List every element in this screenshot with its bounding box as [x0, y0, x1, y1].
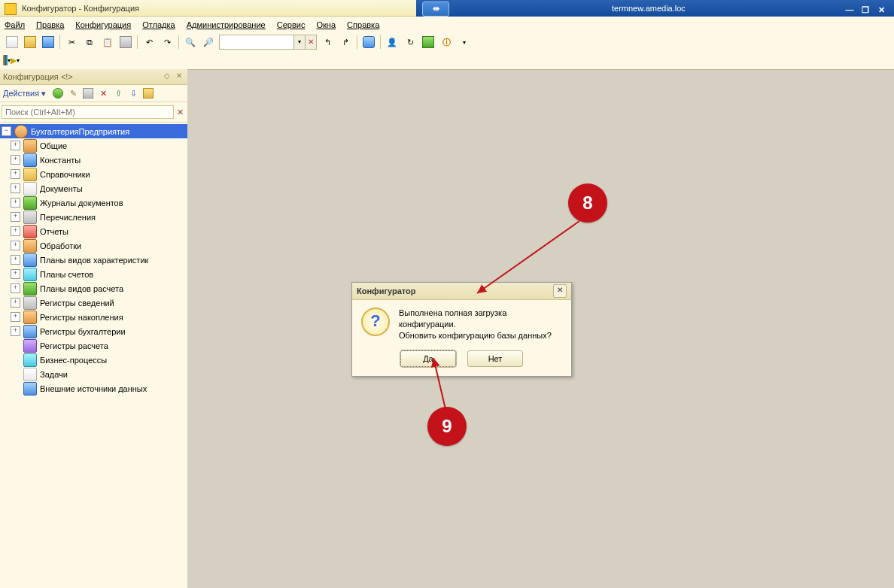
expand-icon[interactable]: + — [11, 169, 20, 179]
run-dd[interactable]: ▾ — [17, 57, 20, 64]
menu-file[interactable]: Файл — [5, 20, 25, 29]
db-button[interactable] — [360, 34, 377, 50]
menu-windows[interactable]: Окна — [316, 20, 336, 29]
search-clear-icon[interactable]: ✕ — [174, 108, 186, 117]
expand-icon[interactable]: + — [11, 198, 20, 208]
panel-close-icon[interactable]: ✕ — [174, 71, 184, 82]
tool-c-button[interactable] — [420, 34, 436, 50]
dialog-title-text: Конфигуратор — [357, 286, 416, 296]
down-button[interactable]: ⇩ — [127, 87, 139, 99]
expand-icon[interactable]: + — [11, 212, 20, 222]
tree-item[interactable]: +Обработки — [0, 238, 187, 253]
undo-button[interactable]: ↶ — [141, 34, 157, 50]
tree-root[interactable]: − БухгалтерияПредприятия 🔒 — [0, 124, 187, 138]
edit-button[interactable]: ✎ — [67, 87, 79, 99]
expand-icon[interactable]: + — [11, 226, 20, 236]
tree-item[interactable]: +Перечисления — [0, 210, 187, 224]
redo-button[interactable]: ↷ — [159, 34, 175, 50]
expand-icon[interactable]: − — [2, 126, 11, 136]
combo-clear-icon[interactable]: ✕ — [305, 35, 316, 49]
paste-button[interactable]: 📋 — [99, 34, 116, 50]
config-tree[interactable]: − БухгалтерияПредприятия 🔒 +Общие+Конста… — [0, 123, 187, 588]
run-button[interactable]: ▶ — [11, 56, 17, 65]
dialog-titlebar[interactable]: Конфигуратор ✕ — [352, 283, 571, 300]
search-combo[interactable]: ▾✕ — [219, 35, 317, 50]
search-input[interactable] — [2, 105, 174, 119]
tree-item[interactable]: Внешние источники данных — [0, 381, 187, 396]
expand-icon[interactable]: + — [11, 298, 20, 308]
remote-minimize-button[interactable]: — — [843, 4, 856, 16]
tree-item[interactable]: +Планы счетов — [0, 267, 187, 281]
root-icon — [14, 125, 28, 138]
tree-item[interactable]: Регистры расчета — [0, 338, 187, 353]
yes-button[interactable]: Да — [400, 350, 456, 367]
tree-item-icon — [23, 339, 37, 353]
tool-b-button[interactable]: ↻ — [402, 34, 418, 50]
panel-pin-icon[interactable]: ◇ — [162, 71, 172, 82]
open-button[interactable] — [22, 34, 38, 50]
tree-item[interactable]: +Регистры сведений — [0, 296, 187, 310]
expand-icon[interactable]: + — [11, 241, 20, 250]
tree-item[interactable]: Бизнес-процессы — [0, 353, 187, 367]
tree-item[interactable]: +Справочники — [0, 167, 187, 181]
menu-admin[interactable]: Администрирование — [187, 20, 266, 29]
tree-item-icon — [23, 196, 37, 210]
combo-dropdown-icon[interactable]: ▾ — [293, 35, 305, 49]
no-button[interactable]: Нет — [467, 350, 523, 367]
tree-item-label: Внешние источники данных — [40, 384, 147, 393]
expand-icon[interactable]: + — [11, 312, 20, 322]
tree-item[interactable]: +Общие — [0, 138, 187, 153]
expand-icon[interactable]: + — [11, 141, 20, 150]
help-button[interactable]: ⓘ — [438, 34, 455, 50]
expand-icon[interactable]: + — [11, 155, 20, 165]
panel-title-text: Конфигурация <!> — [3, 72, 73, 81]
print-button[interactable] — [117, 34, 134, 50]
tree-item[interactable]: +Планы видов расчета — [0, 281, 187, 296]
menu-help[interactable]: Справка — [347, 20, 379, 29]
add-button[interactable] — [52, 87, 64, 99]
save-button[interactable] — [40, 34, 56, 50]
tree-item-icon — [23, 268, 37, 281]
expand-icon[interactable]: + — [11, 326, 20, 336]
expand-icon[interactable]: + — [11, 255, 20, 265]
sort-button[interactable] — [142, 87, 154, 99]
tool-a-button[interactable]: 👤 — [384, 34, 400, 50]
find-button[interactable]: 🔍 — [182, 34, 199, 50]
actions-menu[interactable]: Действия ▾ — [3, 89, 46, 99]
tree-item[interactable]: Задачи — [0, 367, 187, 381]
del-button[interactable] — [82, 87, 94, 99]
new-button[interactable] — [4, 34, 20, 50]
expand-icon[interactable]: + — [11, 269, 20, 279]
expand-icon[interactable]: + — [11, 283, 20, 293]
menu-service[interactable]: Сервис — [277, 20, 306, 29]
menu-configuration[interactable]: Конфигурация — [75, 20, 131, 29]
tree-item-label: Перечисления — [40, 213, 96, 222]
remote-connection-bar: ⇹ termnew.amedia.loc — ❐ ✕ — [416, 0, 894, 17]
tree-item[interactable]: +Константы — [0, 153, 187, 167]
remote-close-button[interactable]: ✕ — [874, 4, 888, 16]
tree-item-label: Планы видов расчета — [40, 284, 123, 293]
remote-restore-button[interactable]: ❐ — [859, 4, 872, 16]
nav-back-button[interactable]: ↰ — [319, 34, 336, 50]
tree-item[interactable]: +Планы видов характеристик — [0, 253, 187, 267]
up-button[interactable]: ⇧ — [112, 87, 124, 99]
tree-item[interactable]: +Регистры накопления — [0, 310, 187, 324]
tree-item[interactable]: +Документы — [0, 181, 187, 195]
tree-root-label: БухгалтерияПредприятия — [31, 127, 129, 136]
tree-item[interactable]: +Журналы документов — [0, 195, 187, 210]
nav-fwd-button[interactable]: ↱ — [337, 34, 354, 50]
find-next-button[interactable]: 🔎 — [200, 34, 217, 50]
tree-item-icon — [23, 353, 37, 367]
tree-item[interactable]: +Отчеты — [0, 224, 187, 238]
menu-debug[interactable]: Отладка — [142, 20, 175, 29]
menu-edit[interactable]: Правка — [36, 20, 64, 29]
remove-button[interactable]: ✕ — [97, 87, 109, 99]
tree-item-label: Журналы документов — [40, 199, 123, 208]
cut-button[interactable]: ✂ — [63, 34, 80, 50]
help-dd-button[interactable]: ▾ — [456, 34, 473, 50]
copy-button[interactable]: ⧉ — [81, 34, 98, 50]
dialog-close-icon[interactable]: ✕ — [553, 284, 567, 298]
expand-icon[interactable]: + — [11, 183, 20, 193]
tree-item[interactable]: +Регистры бухгалтерии — [0, 324, 187, 338]
pin-button[interactable]: ⇹ — [422, 2, 449, 17]
